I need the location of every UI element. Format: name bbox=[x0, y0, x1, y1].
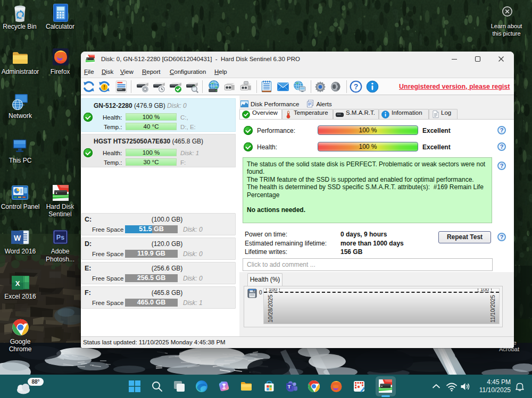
svg-text:?: ? bbox=[354, 82, 359, 91]
svg-text:T: T bbox=[288, 384, 291, 389]
svg-text:Ps: Ps bbox=[56, 234, 64, 241]
svg-text:88°: 88° bbox=[31, 379, 39, 385]
svg-text:!: ! bbox=[103, 84, 105, 90]
svg-text:X: X bbox=[15, 280, 20, 287]
svg-text:W: W bbox=[14, 234, 21, 242]
